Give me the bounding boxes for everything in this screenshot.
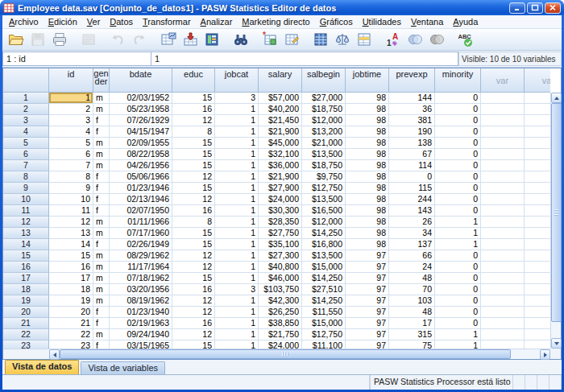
insert-variable-button[interactable] (280, 30, 302, 50)
empty-cell[interactable] (481, 295, 525, 307)
cell[interactable]: 15 (172, 239, 215, 250)
cell[interactable]: 26 (389, 217, 435, 228)
cell[interactable]: 1 (215, 262, 259, 273)
empty-cell[interactable] (525, 273, 550, 284)
empty-cell[interactable] (525, 171, 550, 183)
row-header-8[interactable]: 8 (3, 171, 49, 183)
column-header-jobcat[interactable]: jobcat (215, 68, 259, 93)
empty-cell[interactable] (525, 126, 550, 138)
cell[interactable]: $18,750 (302, 104, 346, 115)
cell[interactable]: $18,750 (302, 160, 346, 171)
empty-cell[interactable] (525, 307, 550, 318)
cell[interactable]: $26,250 (259, 307, 302, 318)
empty-cell[interactable] (481, 307, 525, 318)
cell[interactable]: $38,850 (259, 318, 302, 329)
cell[interactable]: m (93, 284, 110, 295)
cell[interactable]: 97 (346, 250, 389, 262)
cell[interactable]: m (93, 273, 110, 284)
goto-case-button[interactable] (157, 30, 179, 50)
empty-cell[interactable] (525, 228, 550, 239)
cell[interactable]: $12,750 (302, 183, 346, 194)
cell[interactable]: $57,000 (259, 93, 302, 104)
cell[interactable]: 381 (389, 115, 435, 126)
empty-cell[interactable] (481, 194, 525, 205)
row-header-18[interactable]: 18 (3, 284, 49, 295)
cell[interactable]: m (93, 138, 110, 149)
empty-cell[interactable] (525, 217, 550, 228)
cell[interactable]: 98 (346, 228, 389, 239)
cell[interactable]: $42,300 (259, 295, 302, 307)
menu-analizar[interactable]: Analizar (196, 16, 238, 27)
cell[interactable]: $14,250 (302, 273, 346, 284)
row-header-11[interactable]: 11 (3, 205, 49, 217)
cell[interactable]: 0 (435, 183, 481, 194)
menu-gr-ficos[interactable]: Gráficos (315, 16, 358, 27)
row-header-21[interactable]: 21 (3, 318, 49, 329)
cell[interactable]: 315 (389, 329, 435, 340)
cell[interactable]: 0 (435, 250, 481, 262)
cell[interactable]: $11,550 (302, 307, 346, 318)
cell[interactable]: 0 (435, 307, 481, 318)
cell[interactable]: 15 (172, 273, 215, 284)
cell[interactable]: 15 (172, 93, 215, 104)
cell[interactable]: 97 (346, 329, 389, 340)
cell[interactable]: 19 (49, 295, 93, 307)
cell[interactable]: 0 (435, 149, 481, 160)
empty-cell[interactable] (481, 250, 525, 262)
cell[interactable]: 4 (49, 126, 93, 138)
cell[interactable]: $30,300 (259, 205, 302, 217)
column-header-educ[interactable]: educ (172, 68, 215, 93)
cell-editor[interactable]: 1 (151, 52, 458, 66)
menu-marketing-directo[interactable]: Marketing directo (237, 16, 314, 27)
empty-cell[interactable] (481, 239, 525, 250)
use-variable-sets-button[interactable] (404, 30, 425, 50)
cell[interactable]: 13 (49, 228, 93, 239)
maximize-button[interactable] (527, 2, 543, 14)
empty-cell[interactable] (525, 329, 550, 340)
empty-cell[interactable] (481, 340, 525, 349)
cell[interactable]: m (93, 217, 110, 228)
row-header-19[interactable]: 19 (3, 295, 49, 307)
cell[interactable]: 23 (49, 340, 93, 349)
cell[interactable]: m (93, 262, 110, 273)
cell[interactable]: 03/20/1956 (110, 284, 172, 295)
cell[interactable]: 1 (215, 115, 259, 126)
menu-archivo[interactable]: Archivo (4, 16, 44, 27)
cell[interactable]: 1 (215, 138, 259, 149)
cell[interactable]: 1 (215, 239, 259, 250)
cell[interactable]: 1 (215, 329, 259, 340)
cell[interactable]: $12,000 (302, 115, 346, 126)
cell[interactable]: 98 (346, 104, 389, 115)
horizontal-scroll-thumb[interactable] (60, 349, 511, 359)
cell[interactable]: 07/18/1962 (110, 273, 172, 284)
cell[interactable]: 98 (346, 183, 389, 194)
cell[interactable]: 0 (435, 115, 481, 126)
cell[interactable]: 6 (49, 149, 93, 160)
open-data-button[interactable] (5, 30, 27, 50)
cell[interactable]: 11/17/1964 (110, 262, 172, 273)
cell[interactable]: 75 (389, 340, 435, 349)
row-header-3[interactable]: 3 (3, 115, 49, 126)
cell[interactable]: 12 (172, 115, 215, 126)
cell[interactable]: 137 (389, 239, 435, 250)
tab-vista-de-variables[interactable]: Vista de variables (81, 361, 165, 374)
menu-datos[interactable]: Datos (105, 16, 138, 27)
cell[interactable]: 14 (49, 239, 93, 250)
cell[interactable]: $45,000 (259, 138, 302, 149)
cell[interactable]: 0 (435, 160, 481, 171)
empty-cell[interactable] (525, 115, 550, 126)
cell[interactable]: 0 (435, 284, 481, 295)
cell[interactable]: 244 (389, 194, 435, 205)
empty-cell[interactable] (525, 183, 550, 194)
vertical-scroll-thumb[interactable] (551, 103, 562, 322)
cell[interactable]: 1 (215, 295, 259, 307)
cell[interactable]: 12 (172, 262, 215, 273)
cell[interactable]: 1 (215, 183, 259, 194)
select-all-corner[interactable] (3, 68, 49, 93)
cell[interactable]: m (93, 228, 110, 239)
cell[interactable]: $21,750 (259, 329, 302, 340)
cell[interactable]: 97 (346, 295, 389, 307)
cell[interactable]: $27,510 (302, 284, 346, 295)
cell[interactable]: 0 (435, 262, 481, 273)
row-header-10[interactable]: 10 (3, 194, 49, 205)
